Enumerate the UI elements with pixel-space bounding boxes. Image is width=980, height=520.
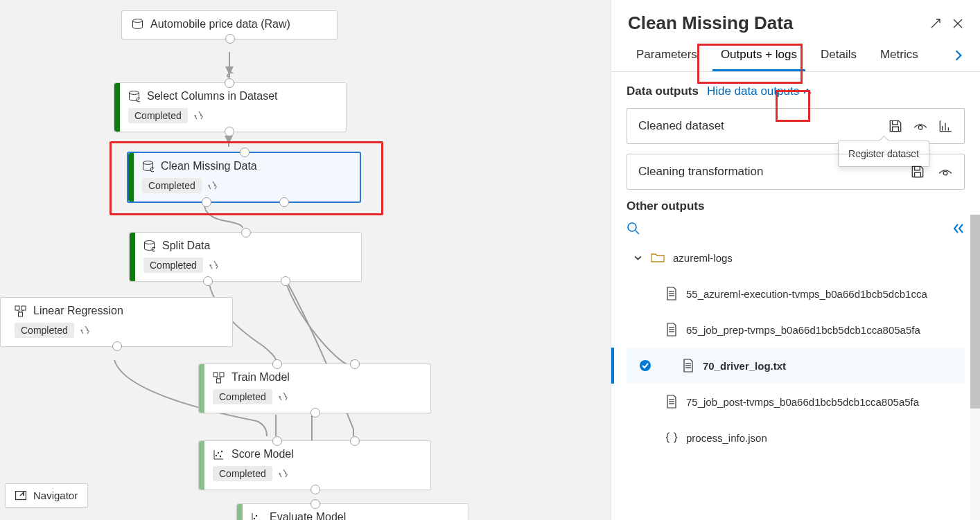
collapse-icon[interactable] xyxy=(952,222,965,235)
node-split-data[interactable]: Split Data Completed xyxy=(129,232,362,282)
svg-point-3 xyxy=(130,91,139,94)
recycle-icon xyxy=(80,325,91,335)
vertical-scrollbar[interactable] xyxy=(970,215,980,520)
preview-icon[interactable] xyxy=(913,118,928,134)
maximize-icon[interactable] xyxy=(930,18,941,29)
node-select-columns[interactable]: Select Columns in Dataset Completed xyxy=(114,82,347,132)
status-stripe xyxy=(114,83,120,132)
svg-point-20 xyxy=(256,514,257,516)
hide-data-outputs-link[interactable]: Hide data outputs xyxy=(707,84,812,98)
module-icon xyxy=(142,161,154,172)
input-port[interactable] xyxy=(225,78,234,88)
tree-file[interactable]: 75_job_post-tvmps_b0a66d1bcb5dcb1cca805a… xyxy=(627,384,965,420)
folder-icon xyxy=(651,252,665,263)
status-badge: Completed xyxy=(142,178,202,193)
svg-point-2 xyxy=(133,19,143,22)
search-icon[interactable] xyxy=(627,222,640,235)
status-stripe xyxy=(130,233,135,281)
input-port[interactable] xyxy=(272,436,282,446)
svg-rect-11 xyxy=(19,312,23,316)
detail-panel: Clean Missing Data Parameters Outputs + … xyxy=(611,0,980,520)
svg-rect-10 xyxy=(21,306,26,310)
svg-rect-14 xyxy=(217,379,221,383)
recycle-icon xyxy=(278,469,289,478)
svg-point-17 xyxy=(220,455,221,456)
output-port-2[interactable] xyxy=(279,197,289,207)
scrollbar-thumb[interactable] xyxy=(970,215,980,409)
tab-outputs-logs[interactable]: Outputs + logs xyxy=(712,39,805,71)
tree-file[interactable]: 65_job_prep-tvmps_b0a66d1bcb5dcb1cca805a… xyxy=(627,312,965,348)
tree-file[interactable]: process_info.json xyxy=(627,420,965,456)
svg-point-16 xyxy=(218,451,219,453)
save-icon[interactable] xyxy=(910,164,925,179)
save-icon[interactable] xyxy=(888,118,903,134)
tree-file-selected[interactable]: 70_driver_log.txt xyxy=(627,348,965,384)
file-icon xyxy=(665,287,678,301)
svg-rect-33 xyxy=(915,172,921,177)
status-badge: Completed xyxy=(15,323,74,338)
node-linear-regression[interactable]: Linear Regression Completed xyxy=(0,297,233,347)
braces-icon xyxy=(665,431,678,445)
svg-line-36 xyxy=(636,231,639,234)
svg-rect-26 xyxy=(893,127,899,132)
output-port[interactable] xyxy=(202,197,211,207)
chart-icon[interactable] xyxy=(938,118,953,134)
svg-line-23 xyxy=(931,19,940,28)
node-title: Score Model xyxy=(231,448,294,460)
node-clean-missing-data[interactable]: Clean Missing Data Completed xyxy=(127,152,361,203)
status-stripe xyxy=(199,364,204,413)
input-port-2[interactable] xyxy=(350,436,360,446)
module-icon xyxy=(128,91,140,102)
navigator-icon xyxy=(15,491,26,501)
status-badge: Completed xyxy=(213,389,272,404)
input-port-2[interactable] xyxy=(350,359,360,369)
chevron-up-icon xyxy=(803,88,812,95)
module-icon xyxy=(143,240,155,252)
input-port[interactable] xyxy=(241,228,251,237)
node-title: Evaluate Model xyxy=(270,511,346,520)
tree-folder-azureml-logs[interactable]: azureml-logs xyxy=(627,240,965,276)
output-name: Cleaned dataset xyxy=(638,119,888,133)
tree-label: 75_job_post-tvmps_b0a66d1bcb5dcb1cca805a… xyxy=(686,396,919,408)
input-port[interactable] xyxy=(240,147,250,157)
file-icon xyxy=(665,323,678,337)
node-train-model[interactable]: Train Model Completed xyxy=(198,364,431,413)
preview-icon[interactable] xyxy=(938,164,953,179)
output-port-2[interactable] xyxy=(281,276,290,286)
close-icon[interactable] xyxy=(952,18,963,29)
navigator-button[interactable]: Navigator xyxy=(5,483,88,508)
navigator-label: Navigator xyxy=(33,490,78,501)
output-port[interactable] xyxy=(310,408,320,418)
tab-metrics[interactable]: Metrics xyxy=(872,39,927,71)
dataset-icon xyxy=(132,19,143,30)
output-port[interactable] xyxy=(203,276,213,286)
tree-label: 65_job_prep-tvmps_b0a66d1bcb5dcb1cca805a… xyxy=(686,324,920,336)
svg-rect-13 xyxy=(220,373,224,377)
file-icon xyxy=(682,359,694,373)
output-port[interactable] xyxy=(310,485,320,494)
tab-parameters[interactable]: Parameters xyxy=(628,39,706,71)
node-title: Clean Missing Data xyxy=(161,160,257,172)
node-score-model[interactable]: Score Model Completed xyxy=(198,440,431,490)
svg-point-7 xyxy=(145,240,155,244)
pipeline-canvas[interactable]: Automobile price data (Raw) Select Colum… xyxy=(0,0,611,520)
tabs-scroll-right-icon[interactable] xyxy=(954,49,963,62)
module-icon xyxy=(15,305,26,317)
output-port[interactable] xyxy=(225,34,235,44)
node-evaluate-model[interactable]: Evaluate Model xyxy=(236,503,469,520)
node-automobile-raw[interactable]: Automobile price data (Raw) xyxy=(121,10,338,39)
output-port[interactable] xyxy=(112,341,122,351)
svg-point-34 xyxy=(943,171,947,175)
file-icon xyxy=(665,395,678,409)
panel-tabs: Parameters Outputs + logs Details Metric… xyxy=(611,39,980,72)
status-badge: Completed xyxy=(128,108,188,123)
tab-details[interactable]: Details xyxy=(812,39,865,71)
input-port[interactable] xyxy=(310,499,320,509)
svg-point-27 xyxy=(918,125,922,129)
node-title: Automobile price data (Raw) xyxy=(150,18,290,30)
output-port[interactable] xyxy=(225,127,234,136)
svg-point-19 xyxy=(254,517,255,519)
input-port[interactable] xyxy=(272,359,282,369)
status-stripe xyxy=(199,441,204,490)
tree-file[interactable]: 55_azureml-execution-tvmps_b0a66d1bcb5dc… xyxy=(627,276,965,312)
